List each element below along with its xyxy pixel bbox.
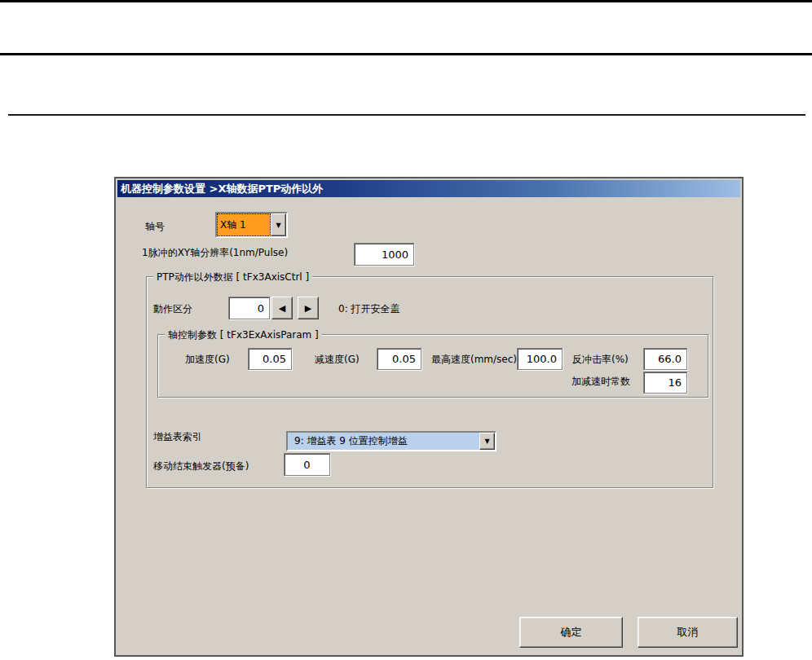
recoil-rate-label: 反冲击率(%) — [572, 353, 629, 366]
axis-number-dropdown-button[interactable]: ▼ — [271, 213, 286, 236]
decel-label: 减速度(G) — [315, 353, 360, 366]
accel-input[interactable] — [248, 348, 292, 370]
dialog-window: 机器控制参数设置 >X轴数据PTP动作以外 轴号 X轴 1 ▼ 1脉冲的XY轴分… — [114, 177, 744, 657]
decel-input[interactable] — [377, 348, 421, 370]
gain-table-value: 9: 增益表 9 位置控制增益 — [288, 433, 479, 450]
action-type-description: 0: 打开安全盖 — [338, 302, 400, 315]
accel-label: 加速度(G) — [185, 353, 230, 366]
resolution-label: 1脉冲的XY轴分辨率(1nm/Pulse) — [142, 246, 288, 259]
chevron-down-icon: ▼ — [276, 222, 280, 229]
right-arrow-icon: ▶ — [305, 303, 311, 314]
accel-time-const-input[interactable] — [643, 372, 687, 394]
ptp-groupbox-title: PTP动作以外数据 [ tFx3AxisCtrl ] — [153, 271, 312, 284]
axis-number-value: X轴 1 — [217, 213, 271, 236]
move-end-trigger-label: 移动结束触发器(预备) — [153, 460, 249, 473]
action-type-decrement-button[interactable]: ◀ — [271, 297, 293, 319]
axis-number-label: 轴号 — [145, 220, 165, 233]
max-speed-label: 最高速度(mm/sec) — [431, 353, 517, 366]
accel-time-const-label: 加减速时常数 — [571, 375, 630, 388]
axis-param-groupbox-title: 轴控制参数 [ tFx3ExAxisParam ] — [165, 328, 322, 341]
move-end-trigger-input[interactable] — [284, 453, 330, 476]
header-rule — [0, 53, 812, 55]
action-type-increment-button[interactable]: ▶ — [298, 297, 319, 319]
gain-table-dropdown-button[interactable]: ▼ — [479, 433, 495, 450]
action-type-label: 動作区分 — [153, 302, 192, 315]
recoil-rate-input[interactable] — [643, 348, 687, 370]
cancel-button[interactable]: 取消 — [638, 617, 738, 648]
document-page: 机器控制参数设置 >X轴数据PTP动作以外 轴号 X轴 1 ▼ 1脉冲的XY轴分… — [0, 0, 812, 660]
max-speed-input[interactable] — [517, 348, 563, 370]
gain-table-label: 增益表索引 — [153, 430, 202, 443]
dialog-title: 机器控制参数设置 >X轴数据PTP动作以外 — [121, 183, 323, 195]
section-rule — [8, 114, 805, 116]
axis-param-groupbox: 轴控制参数 [ tFx3ExAxisParam ] 加速度(G) 减速度(G) … — [157, 334, 708, 398]
top-rule — [0, 0, 812, 2]
gain-table-combobox[interactable]: 9: 增益表 9 位置控制增益 ▼ — [286, 431, 496, 451]
ok-button[interactable]: 确定 — [519, 617, 623, 648]
axis-number-combobox[interactable]: X轴 1 ▼ — [215, 212, 288, 238]
chevron-down-icon: ▼ — [484, 438, 489, 445]
dialog-title-bar: 机器控制参数设置 >X轴数据PTP动作以外 — [117, 180, 740, 197]
resolution-input[interactable] — [354, 243, 414, 266]
ptp-groupbox: PTP动作以外数据 [ tFx3AxisCtrl ] 動作区分 ◀ ▶ 0: 打… — [146, 276, 713, 488]
action-type-input[interactable] — [228, 297, 270, 319]
left-arrow-icon: ◀ — [279, 303, 285, 314]
